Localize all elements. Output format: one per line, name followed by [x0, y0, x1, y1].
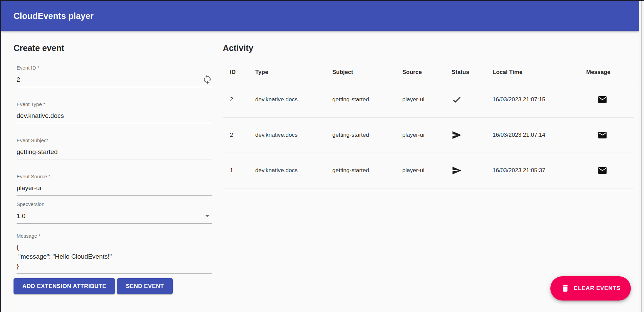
cell-local-time: 16/03/2023 21:05:37 [485, 167, 579, 174]
column-header-type: Type [248, 69, 325, 76]
add-extension-attribute-button[interactable]: ADD EXTENSION ATTRIBUTE [14, 278, 115, 294]
column-header-source: Source [395, 69, 445, 76]
dropdown-icon[interactable] [202, 211, 212, 221]
table-body: 2 dev.knative.docs getting-started playe… [223, 82, 634, 188]
field-specversion: Specversion [17, 201, 212, 224]
table-row: 1 dev.knative.docs getting-started playe… [223, 153, 634, 188]
cell-source: player-ui [395, 167, 445, 174]
cell-id: 2 [223, 96, 248, 103]
send-event-button[interactable]: SEND EVENT [117, 278, 173, 294]
clear-events-label: CLEAR EVENTS [574, 285, 621, 292]
cell-type: dev.knative.docs [248, 132, 325, 138]
cell-subject: getting-started [325, 167, 395, 174]
column-header-id: ID [223, 69, 248, 76]
window-edge-left [0, 0, 1, 312]
email-icon[interactable] [597, 95, 607, 105]
app-title: CloudEvents player [14, 11, 94, 21]
column-header-message: Message [579, 69, 634, 76]
cell-message [579, 95, 634, 105]
cell-status [445, 130, 485, 140]
activity-panel: Activity ID Type Subject Source Status L… [223, 43, 634, 188]
table-row: 2 dev.knative.docs getting-started playe… [223, 82, 634, 118]
cell-type: dev.knative.docs [248, 96, 325, 103]
message-input[interactable]: { "message": "Hello CloudEvents!" } [17, 242, 212, 271]
cell-status [445, 95, 485, 105]
check-icon [452, 95, 462, 105]
event-type-input[interactable] [17, 111, 212, 121]
trash-icon [561, 284, 570, 293]
field-label: Specversion [17, 201, 212, 207]
field-label: Event Subject [17, 137, 212, 144]
event-id-input[interactable] [17, 75, 199, 84]
scrollbar [639, 0, 644, 312]
cell-id: 1 [223, 167, 248, 174]
send-icon [452, 130, 462, 140]
field-message: Message * { "message": "Hello CloudEvent… [17, 233, 212, 274]
field-event-type: Event Type * [17, 101, 212, 123]
cell-message [579, 165, 634, 176]
field-label: Message * [17, 233, 212, 239]
email-icon[interactable] [597, 130, 607, 140]
cell-source: player-ui [395, 132, 445, 138]
cell-source: player-ui [395, 96, 445, 103]
create-event-heading: Create event [14, 43, 214, 53]
create-event-panel: Create event Event ID * Event Type * Eve… [14, 43, 214, 294]
field-event-id: Event ID * [17, 65, 212, 87]
cell-subject: getting-started [325, 132, 395, 138]
field-label: Event Source * [17, 174, 212, 180]
column-header-subject: Subject [325, 69, 395, 76]
cell-status [445, 165, 485, 176]
specversion-input[interactable] [17, 211, 199, 221]
cell-id: 2 [223, 132, 248, 138]
event-source-input[interactable] [17, 183, 212, 193]
cell-local-time: 16/03/2023 21:07:15 [485, 96, 579, 103]
activity-heading: Activity [223, 43, 634, 53]
table-row: 2 dev.knative.docs getting-started playe… [223, 118, 634, 153]
activity-table: ID Type Subject Source Status Local Time… [223, 63, 634, 188]
field-label: Event ID * [17, 65, 212, 71]
column-header-status: Status [445, 69, 485, 76]
app-bar: CloudEvents player [1, 1, 639, 31]
clear-events-button[interactable]: CLEAR EVENTS [550, 276, 631, 301]
window-edge-top [0, 0, 644, 1]
field-label: Event Type * [17, 101, 212, 107]
cell-type: dev.knative.docs [248, 167, 325, 174]
send-icon [452, 165, 462, 176]
cell-local-time: 16/03/2023 21:07:14 [485, 132, 579, 138]
table-header-row: ID Type Subject Source Status Local Time… [223, 63, 634, 82]
cell-subject: getting-started [325, 96, 395, 103]
scrollbar-thumb[interactable] [641, 0, 642, 312]
field-event-subject: Event Subject [17, 137, 212, 159]
column-header-local-time: Local Time [485, 69, 579, 76]
create-event-form: Event ID * Event Type * Event Subject [17, 65, 212, 274]
email-icon[interactable] [597, 165, 607, 176]
refresh-icon[interactable] [202, 74, 212, 84]
field-event-source: Event Source * [17, 174, 212, 196]
event-subject-input[interactable] [17, 147, 212, 157]
form-actions: ADD EXTENSION ATTRIBUTE SEND EVENT [14, 278, 214, 294]
cell-message [579, 130, 634, 140]
